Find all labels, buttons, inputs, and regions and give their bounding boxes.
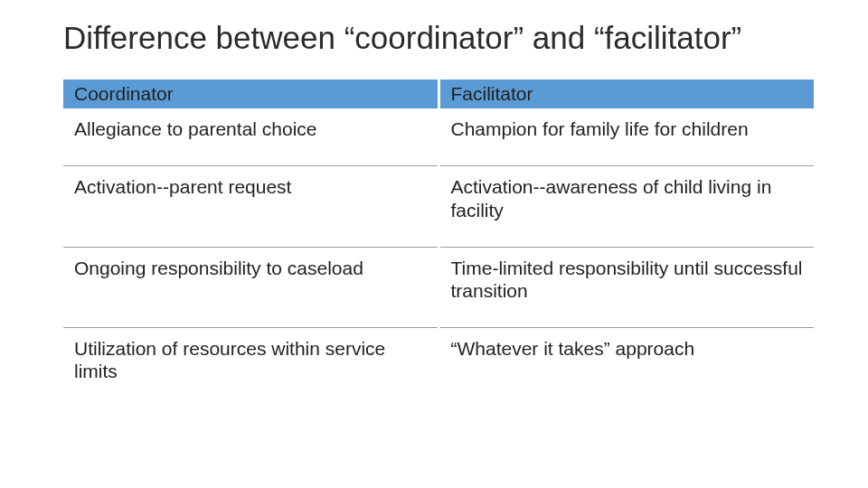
slide-title: Difference between “coordinator” and “fa… — [63, 20, 814, 56]
slide: Difference between “coordinator” and “fa… — [0, 0, 868, 488]
table-row: Allegiance to parental choice Champion f… — [63, 108, 814, 166]
cell-facilitator: “Whatever it takes” approach — [439, 328, 814, 408]
table-header-row: Coordinator Facilitator — [63, 80, 814, 108]
cell-facilitator: Champion for family life for children — [439, 108, 814, 166]
header-facilitator: Facilitator — [439, 80, 814, 108]
cell-coordinator: Ongoing responsibility to caseload — [63, 247, 439, 327]
cell-facilitator: Time-limited responsibility until succes… — [439, 247, 814, 327]
header-coordinator: Coordinator — [63, 80, 439, 108]
table-row: Activation--parent request Activation--a… — [63, 166, 814, 247]
table-row: Utilization of resources within service … — [63, 328, 814, 408]
cell-coordinator: Utilization of resources within service … — [63, 328, 439, 408]
table-row: Ongoing responsibility to caseload Time-… — [63, 247, 814, 327]
cell-facilitator: Activation--awareness of child living in… — [439, 166, 814, 247]
comparison-table: Coordinator Facilitator Allegiance to pa… — [63, 80, 814, 408]
cell-coordinator: Allegiance to parental choice — [63, 108, 439, 166]
cell-coordinator: Activation--parent request — [63, 166, 439, 247]
